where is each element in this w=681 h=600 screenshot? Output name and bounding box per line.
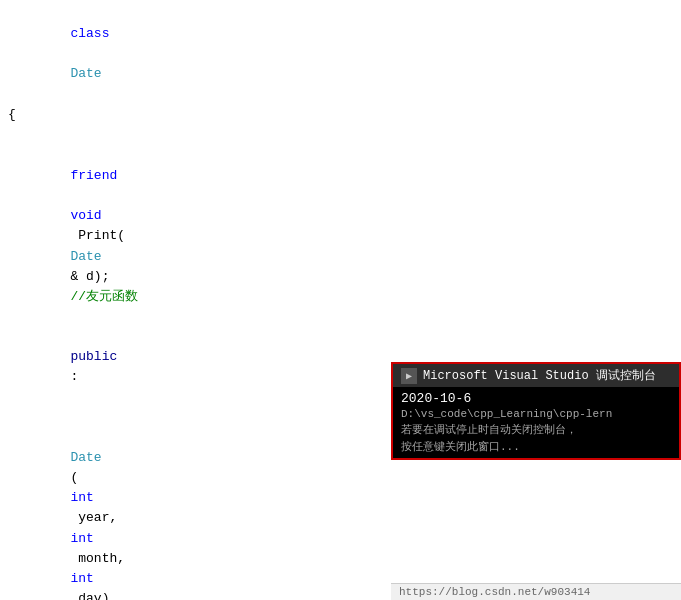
class-name-date: Date [70, 66, 101, 81]
line-1: class Date [8, 4, 681, 105]
console-hint1: 若要在调试停止时自动关闭控制台， [401, 422, 671, 437]
editor-area: class Date { friend void Print( Date & d… [0, 0, 681, 600]
line-2: { [8, 105, 681, 126]
console-body: 2020-10-6 D:\vs_code\cpp_Learning\cpp-le… [393, 387, 679, 458]
console-titlebar: ▶ Microsoft Visual Studio 调试控制台 [393, 364, 679, 387]
console-output: 2020-10-6 [401, 391, 671, 406]
console-title: Microsoft Visual Studio 调试控制台 [423, 367, 656, 384]
console-hint2: 按任意键关闭此窗口... [401, 439, 671, 454]
code-container: class Date { friend void Print( Date & d… [0, 0, 681, 600]
line-3: friend void Print( Date & d); //友元函数 [8, 126, 681, 327]
console-path: D:\vs_code\cpp_Learning\cpp-lern [401, 408, 671, 420]
console-url: https://blog.csdn.net/w903414 [391, 583, 681, 600]
keyword-class: class [70, 26, 109, 41]
console-icon: ▶ [401, 368, 417, 384]
console-popup: ▶ Microsoft Visual Studio 调试控制台 2020-10-… [391, 362, 681, 460]
